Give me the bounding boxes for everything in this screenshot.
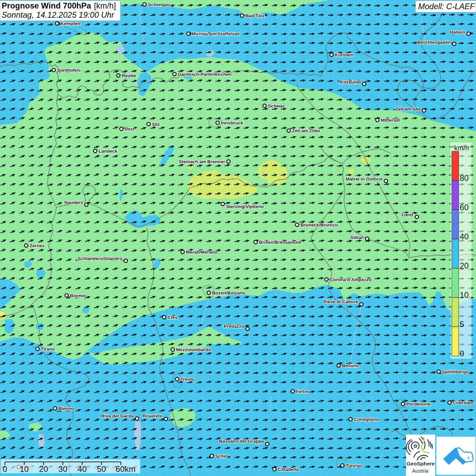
city-marker	[53, 407, 57, 410]
city: Brixen/Bressanone	[254, 240, 301, 245]
legend-block	[452, 181, 459, 210]
city: Cles	[163, 315, 177, 320]
city-marker	[210, 454, 214, 458]
legend-block	[452, 327, 459, 356]
legend-value: 40	[460, 232, 469, 241]
legend-value: 20	[460, 261, 469, 270]
city-label: Kufstein	[335, 52, 353, 57]
city-label: Bassano del Grappa	[219, 439, 264, 444]
city-label: Trento	[181, 377, 195, 382]
city-marker	[337, 364, 340, 367]
legend-value: 5	[460, 320, 464, 329]
city-label: Treviso	[346, 463, 362, 468]
weather-map-page: SchongauBad TölzKemptenMurnau am Staffel…	[0, 0, 476, 476]
city-marker	[330, 53, 333, 56]
map-title-unit: [km/h]	[94, 1, 116, 10]
city-label: Hallein	[450, 30, 465, 35]
city-label: Schio	[215, 454, 228, 459]
city-marker	[216, 121, 219, 124]
map-subtitle: Sonntag, 14.12.2025 19:00 Uhr	[2, 11, 115, 19]
city-marker	[120, 127, 123, 131]
scale-bar-tick-label: 50	[97, 464, 106, 474]
scale-bar-tick-label: 20	[39, 464, 48, 474]
city-marker	[24, 244, 28, 247]
scale-bar-tick-label: 30	[58, 464, 68, 474]
city-marker	[147, 122, 150, 126]
city-marker	[366, 237, 369, 240]
city-label: Sterzing/Vipiteno	[226, 204, 264, 209]
city-label: Cles	[168, 315, 177, 320]
city-marker	[401, 402, 405, 406]
city-marker	[448, 401, 451, 404]
city-label: Pordenone	[406, 402, 430, 407]
city-label: Zell am Ziller	[292, 128, 321, 133]
city-marker	[295, 223, 299, 226]
geosphere-logo-country: Austria	[412, 468, 429, 474]
city-marker	[164, 417, 168, 421]
city: Spilimbergo	[437, 369, 469, 374]
city-marker	[171, 348, 174, 351]
legend-value: 0	[460, 349, 464, 358]
legend-title: km/h	[454, 144, 469, 152]
city-marker	[85, 203, 88, 206]
legend-value: 10	[460, 290, 469, 300]
model-box: Modell: C-LAEF	[415, 1, 476, 12]
city-label: Conegliano	[354, 417, 379, 422]
city-label: Sonthofen	[57, 68, 80, 73]
city-marker	[221, 202, 224, 206]
legend-block	[452, 210, 459, 239]
legend-block	[452, 268, 459, 298]
city-marker	[287, 129, 290, 132]
city-marker	[273, 468, 276, 471]
city: Steinach am Brenner	[179, 159, 230, 164]
city-label: Schwaz	[268, 103, 285, 108]
city-marker	[36, 347, 39, 351]
city: Garmisch-Partenkirchen	[173, 72, 232, 77]
city-label: Kitzbühel	[340, 80, 361, 85]
model-label: Modell: C-LAEF	[418, 2, 475, 11]
city-label: Silz	[152, 122, 160, 127]
city-label: Mezzolombardo	[176, 347, 211, 352]
city-label: Kempten	[61, 21, 80, 26]
legend-block	[452, 239, 459, 268]
city-marker	[362, 82, 366, 86]
city-label: Spilimbergo	[442, 369, 469, 374]
city-marker	[227, 160, 230, 163]
city-label: Zell am See	[395, 106, 421, 112]
city-label: Bad Tölz	[245, 13, 265, 18]
legend-color-blocks	[452, 151, 459, 356]
city-marker	[175, 377, 179, 381]
city-label: Nauders	[65, 200, 83, 205]
svg-text:Prognose Wind 700hPa [km: Prognose Wind 700hPa [km/h]	[2, 1, 116, 10]
city-label: Riva del Garda	[101, 413, 134, 419]
city-marker	[187, 32, 190, 35]
city-label: Matrei in Osttirol	[346, 176, 382, 182]
city-marker	[341, 464, 344, 467]
city-label: Bruneck/Brunico	[301, 222, 338, 227]
city-marker	[52, 68, 55, 72]
city-label: Belluno	[342, 363, 359, 368]
city: Bozen/Bolzano	[207, 290, 245, 295]
city-label: Schongau	[148, 2, 170, 7]
city-marker	[207, 291, 210, 294]
city-marker	[55, 22, 59, 25]
city-label: Steinach am Brenner	[179, 159, 225, 164]
city-marker	[143, 3, 146, 6]
city-label: Tirano	[41, 346, 55, 352]
scale-bar-tick-label: 0	[3, 464, 7, 474]
city-label: Sillian	[350, 235, 364, 240]
map-title: Prognose Wind 700hPa	[2, 1, 91, 10]
city: Berchtesgaden	[418, 40, 456, 46]
scale-bar: 0102030405060km	[1, 459, 140, 474]
city: Murnau am Staffelsee	[187, 31, 240, 36]
city: Mezzolombardo	[171, 347, 211, 352]
geosphere-logo-name: GeoSphere	[407, 461, 435, 466]
city-label: Pieve di Cadore	[323, 299, 358, 304]
city-marker	[360, 303, 363, 306]
city-marker	[266, 442, 269, 446]
city-marker	[437, 370, 440, 373]
city-marker	[325, 278, 328, 281]
legend-value: 80	[460, 173, 469, 183]
city-marker	[240, 14, 244, 17]
legend-block	[452, 151, 459, 181]
